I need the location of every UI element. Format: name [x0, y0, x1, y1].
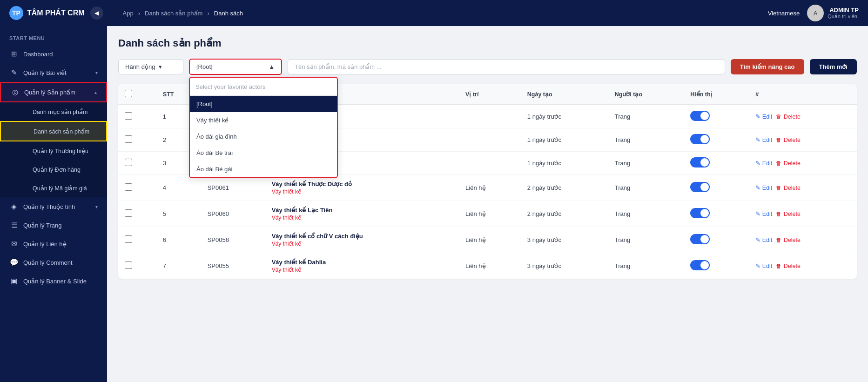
delete-button[interactable]: 🗑 Delete: [776, 211, 801, 217]
table-row: 5 SP0060 Váy thiết kế Lạc Tiên Váy thiết…: [118, 201, 857, 227]
visibility-toggle[interactable]: [690, 234, 710, 244]
sidebar-item-dashboard[interactable]: ⊞ Dashboard: [0, 45, 107, 63]
visibility-toggle[interactable]: [690, 208, 710, 218]
row-actions-cell: ✎ Edit 🗑 Delete: [749, 175, 857, 201]
th-actions: #: [749, 84, 857, 105]
chevron-down-icon: ▾: [95, 204, 98, 209]
row-checkbox-cell: [118, 201, 156, 227]
delete-button[interactable]: 🗑 Delete: [776, 263, 801, 269]
row-toggle-cell: [684, 105, 749, 128]
sidebar-item-banner[interactable]: ▣ Quản lý Banner & Slide: [0, 272, 107, 290]
sidebar-item-thuoc-tinh[interactable]: ◈ Quản lý Thuộc tính ▾: [0, 197, 107, 216]
back-button[interactable]: ◀: [90, 7, 103, 20]
sidebar-item-trang[interactable]: ☰ Quản lý Trang: [0, 216, 107, 235]
sidebar-item-don-hang[interactable]: Quản lý Đơn hàng: [0, 160, 107, 179]
visibility-toggle[interactable]: [690, 260, 710, 270]
user-info: A ADMIN TP Quản trị viên,: [807, 5, 859, 21]
row-vi-tri: [459, 152, 521, 175]
row-checkbox[interactable]: [125, 112, 132, 120]
language-selector[interactable]: Vietnamese: [768, 10, 800, 17]
edit-button[interactable]: ✎ Edit: [755, 184, 772, 191]
row-actions-cell: ✎ Edit 🗑 Delete: [749, 201, 857, 227]
sidebar-label: Danh mục sản phẩm: [33, 108, 98, 115]
row-stt: 7: [156, 253, 201, 279]
delete-button[interactable]: 🗑 Delete: [776, 185, 801, 191]
row-checkbox[interactable]: [125, 183, 132, 191]
select-all-checkbox[interactable]: [125, 90, 132, 97]
category-dropdown-trigger[interactable]: [Root] ▲: [189, 59, 282, 75]
visibility-toggle[interactable]: [690, 182, 710, 192]
topbar: TP TÂM PHÁT CRM ◀ App › Danh sách sản ph…: [0, 0, 868, 26]
sidebar-label: Quản lý Liên hệ: [23, 241, 98, 248]
dropdown-option-ao-dai-be-gai[interactable]: Áo dài Bé gái: [190, 161, 337, 177]
sidebar-label: Quản lý Banner & Slide: [23, 278, 98, 285]
dropdown-option-ao-dai-gia-dinh[interactable]: Áo dài gia đình: [190, 128, 337, 145]
dashboard-icon: ⊞: [9, 49, 19, 59]
danh-muc-icon: [19, 107, 28, 116]
row-checkbox-cell: [118, 152, 156, 175]
delete-button[interactable]: 🗑 Delete: [776, 114, 801, 120]
sidebar-item-bai-viet[interactable]: ✎ Quản lý Bài viết ▾: [0, 63, 107, 82]
actions-container: ✎ Edit 🗑 Delete: [755, 136, 850, 143]
sidebar-item-danh-sach[interactable]: Danh sách sản phẩm: [0, 121, 107, 141]
row-name-cell: Váy thiết kế cổ chữ V cách điệu Váy thiế…: [265, 227, 459, 253]
search-advanced-button[interactable]: Tìm kiếm nâng cao: [731, 59, 804, 74]
visibility-toggle[interactable]: [690, 134, 710, 144]
dropdown-option-root[interactable]: [Root]: [190, 96, 337, 112]
user-text: ADMIN TP Quản trị viên,: [828, 7, 859, 20]
row-vi-tri: [459, 128, 521, 152]
table-row: 6 SP0058 Váy thiết kế cổ chữ V cách điệu…: [118, 227, 857, 253]
add-new-button[interactable]: Thêm mới: [810, 59, 857, 74]
product-name: Váy thiết kế Lạc Tiên: [272, 207, 452, 214]
row-checkbox[interactable]: [125, 261, 132, 269]
delete-button[interactable]: 🗑 Delete: [776, 160, 801, 167]
don-hang-icon: [19, 165, 28, 174]
delete-button[interactable]: 🗑 Delete: [776, 137, 801, 143]
edit-button[interactable]: ✎ Edit: [755, 210, 772, 217]
row-checkbox[interactable]: [125, 135, 132, 143]
sidebar-submenu-san-pham: Danh mục sản phẩm Danh sách sản phẩm Quả…: [0, 102, 107, 197]
dropdown-option-ao-dai-be-trai[interactable]: Áo dài Bé trai: [190, 145, 337, 161]
sidebar-item-thuong-hieu[interactable]: Quản lý Thương hiệu: [0, 141, 107, 160]
delete-button[interactable]: 🗑 Delete: [776, 237, 801, 243]
sidebar-item-ma-giam-gia[interactable]: Quản lý Mã giảm giá: [0, 179, 107, 197]
row-nguoi-tao: Trang: [608, 175, 684, 201]
edit-button[interactable]: ✎ Edit: [755, 113, 772, 120]
row-checkbox-cell: [118, 105, 156, 128]
visibility-toggle[interactable]: [690, 157, 710, 168]
sidebar-label: Quản lý Thuộc tính: [23, 203, 91, 210]
edit-button[interactable]: ✎ Edit: [755, 262, 772, 269]
action-select[interactable]: Hành động ▾: [118, 59, 183, 74]
sidebar-item-san-pham[interactable]: ◎ Quản lý Sản phẩm ▴: [0, 82, 107, 102]
row-checkbox[interactable]: [125, 235, 132, 243]
product-category: Váy thiết kế: [272, 214, 452, 221]
row-checkbox[interactable]: [125, 159, 132, 166]
row-toggle-cell: [684, 152, 749, 175]
edit-button[interactable]: ✎ Edit: [755, 136, 772, 143]
actions-container: ✎ Edit 🗑 Delete: [755, 262, 850, 269]
sidebar-item-comment[interactable]: 💬 Quản lý Comment: [0, 253, 107, 272]
sidebar-label: Quản lý Trang: [23, 222, 98, 229]
edit-button[interactable]: ✎ Edit: [755, 236, 772, 243]
dropdown-search-input[interactable]: [195, 83, 331, 90]
row-actions-cell: ✎ Edit 🗑 Delete: [749, 152, 857, 175]
row-ngay-tao: 3 ngày trước: [521, 253, 608, 279]
row-code: SP0058: [201, 227, 265, 253]
table-row: 7 SP0055 Váy thiết kế Dahlia Váy thiết k…: [118, 253, 857, 279]
edit-button[interactable]: ✎ Edit: [755, 160, 772, 167]
table-row: 4 SP0061 Váy thiết kế Thược Dược đỏ Váy …: [118, 175, 857, 201]
search-input[interactable]: [288, 59, 725, 74]
row-nguoi-tao: Trang: [608, 227, 684, 253]
breadcrumb-level1: Danh sách sản phẩm: [145, 10, 202, 17]
row-toggle-cell: [684, 227, 749, 253]
visibility-toggle[interactable]: [690, 111, 710, 121]
dropdown-option-vay-thiet-ke[interactable]: Váy thiết kế: [190, 112, 337, 128]
row-vi-tri: Liên hệ: [459, 227, 521, 253]
row-checkbox-cell: [118, 175, 156, 201]
product-category: Váy thiết kế: [272, 188, 452, 195]
row-checkbox[interactable]: [125, 209, 132, 217]
dropdown-options-list: [Root] Váy thiết kế Áo dài gia đình Áo d…: [190, 96, 337, 177]
main-layout: START MENU ⊞ Dashboard ✎ Quản lý Bài viế…: [0, 26, 868, 382]
sidebar-item-lien-he[interactable]: ✉ Quản lý Liên hệ: [0, 235, 107, 253]
sidebar-item-danh-muc[interactable]: Danh mục sản phẩm: [0, 102, 107, 121]
